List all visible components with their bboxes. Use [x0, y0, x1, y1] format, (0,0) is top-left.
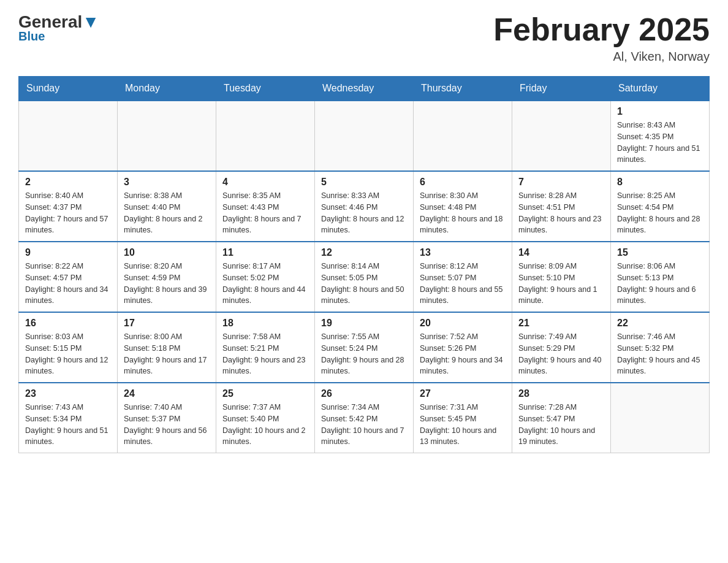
- weekday-header-tuesday: Tuesday: [216, 77, 315, 101]
- calendar-cell: [118, 101, 216, 171]
- calendar-cell: 1Sunrise: 8:43 AM Sunset: 4:35 PM Daylig…: [611, 101, 710, 171]
- page-header: General▼ Blue February 2025 Al, Viken, N…: [18, 12, 710, 64]
- calendar-cell: 7Sunrise: 8:28 AM Sunset: 4:51 PM Daylig…: [512, 171, 611, 242]
- calendar-cell: [19, 101, 118, 171]
- calendar-cell: 11Sunrise: 8:17 AM Sunset: 5:02 PM Dayli…: [216, 242, 315, 312]
- day-info: Sunrise: 8:28 AM Sunset: 4:51 PM Dayligh…: [518, 190, 604, 236]
- day-info: Sunrise: 7:34 AM Sunset: 5:42 PM Dayligh…: [321, 402, 407, 448]
- calendar-cell: 25Sunrise: 7:37 AM Sunset: 5:40 PM Dayli…: [216, 383, 315, 453]
- calendar-cell: 13Sunrise: 8:12 AM Sunset: 5:07 PM Dayli…: [414, 242, 512, 312]
- calendar-cell: 3Sunrise: 8:38 AM Sunset: 4:40 PM Daylig…: [118, 171, 216, 242]
- weekday-header-saturday: Saturday: [611, 77, 710, 101]
- day-number: 17: [124, 318, 210, 329]
- day-number: 1: [617, 106, 703, 117]
- calendar-header-row: SundayMondayTuesdayWednesdayThursdayFrid…: [19, 77, 710, 101]
- logo-triangle-icon: ▼: [82, 12, 99, 31]
- day-info: Sunrise: 7:55 AM Sunset: 5:24 PM Dayligh…: [321, 331, 407, 377]
- calendar-cell: [512, 101, 611, 171]
- day-info: Sunrise: 8:40 AM Sunset: 4:37 PM Dayligh…: [25, 190, 111, 236]
- week-row-4: 16Sunrise: 8:03 AM Sunset: 5:15 PM Dayli…: [19, 312, 710, 383]
- day-info: Sunrise: 7:28 AM Sunset: 5:47 PM Dayligh…: [518, 402, 604, 448]
- day-number: 22: [617, 318, 703, 329]
- calendar-cell: [216, 101, 315, 171]
- day-info: Sunrise: 8:17 AM Sunset: 5:02 PM Dayligh…: [222, 261, 308, 307]
- calendar-cell: 15Sunrise: 8:06 AM Sunset: 5:13 PM Dayli…: [611, 242, 710, 312]
- calendar-cell: 22Sunrise: 7:46 AM Sunset: 5:32 PM Dayli…: [611, 312, 710, 383]
- calendar-cell: 18Sunrise: 7:58 AM Sunset: 5:21 PM Dayli…: [216, 312, 315, 383]
- day-number: 12: [321, 247, 407, 258]
- calendar-cell: 5Sunrise: 8:33 AM Sunset: 4:46 PM Daylig…: [315, 171, 414, 242]
- day-number: 2: [25, 177, 111, 188]
- day-number: 13: [420, 247, 506, 258]
- day-info: Sunrise: 7:31 AM Sunset: 5:45 PM Dayligh…: [420, 402, 506, 448]
- day-number: 14: [518, 247, 604, 258]
- day-info: Sunrise: 8:43 AM Sunset: 4:35 PM Dayligh…: [617, 120, 703, 166]
- calendar-cell: 2Sunrise: 8:40 AM Sunset: 4:37 PM Daylig…: [19, 171, 118, 242]
- calendar-cell: 12Sunrise: 8:14 AM Sunset: 5:05 PM Dayli…: [315, 242, 414, 312]
- day-number: 19: [321, 318, 407, 329]
- day-number: 27: [420, 388, 506, 399]
- day-number: 25: [222, 388, 308, 399]
- day-info: Sunrise: 8:22 AM Sunset: 4:57 PM Dayligh…: [25, 261, 111, 307]
- day-info: Sunrise: 7:46 AM Sunset: 5:32 PM Dayligh…: [617, 331, 703, 377]
- day-number: 18: [222, 318, 308, 329]
- day-number: 15: [617, 247, 703, 258]
- day-number: 21: [518, 318, 604, 329]
- day-info: Sunrise: 7:58 AM Sunset: 5:21 PM Dayligh…: [222, 331, 308, 377]
- calendar-cell: 17Sunrise: 8:00 AM Sunset: 5:18 PM Dayli…: [118, 312, 216, 383]
- calendar-cell: [315, 101, 414, 171]
- week-row-2: 2Sunrise: 8:40 AM Sunset: 4:37 PM Daylig…: [19, 171, 710, 242]
- day-info: Sunrise: 8:30 AM Sunset: 4:48 PM Dayligh…: [420, 190, 506, 236]
- calendar-table: SundayMondayTuesdayWednesdayThursdayFrid…: [18, 76, 710, 453]
- logo: General▼ Blue: [18, 12, 99, 44]
- day-info: Sunrise: 8:00 AM Sunset: 5:18 PM Dayligh…: [124, 331, 210, 377]
- calendar-cell: 8Sunrise: 8:25 AM Sunset: 4:54 PM Daylig…: [611, 171, 710, 242]
- calendar-cell: 19Sunrise: 7:55 AM Sunset: 5:24 PM Dayli…: [315, 312, 414, 383]
- calendar-cell: [611, 383, 710, 453]
- day-info: Sunrise: 8:09 AM Sunset: 5:10 PM Dayligh…: [518, 261, 604, 307]
- day-info: Sunrise: 7:52 AM Sunset: 5:26 PM Dayligh…: [420, 331, 506, 377]
- day-info: Sunrise: 8:06 AM Sunset: 5:13 PM Dayligh…: [617, 261, 703, 307]
- week-row-5: 23Sunrise: 7:43 AM Sunset: 5:34 PM Dayli…: [19, 383, 710, 453]
- day-info: Sunrise: 8:12 AM Sunset: 5:07 PM Dayligh…: [420, 261, 506, 307]
- day-number: 3: [124, 177, 210, 188]
- calendar-cell: 24Sunrise: 7:40 AM Sunset: 5:37 PM Dayli…: [118, 383, 216, 453]
- day-info: Sunrise: 7:49 AM Sunset: 5:29 PM Dayligh…: [518, 331, 604, 377]
- calendar-cell: 28Sunrise: 7:28 AM Sunset: 5:47 PM Dayli…: [512, 383, 611, 453]
- calendar-cell: 26Sunrise: 7:34 AM Sunset: 5:42 PM Dayli…: [315, 383, 414, 453]
- day-number: 24: [124, 388, 210, 399]
- day-number: 10: [124, 247, 210, 258]
- calendar-cell: 10Sunrise: 8:20 AM Sunset: 4:59 PM Dayli…: [118, 242, 216, 312]
- week-row-1: 1Sunrise: 8:43 AM Sunset: 4:35 PM Daylig…: [19, 101, 710, 171]
- day-number: 4: [222, 177, 308, 188]
- day-info: Sunrise: 8:20 AM Sunset: 4:59 PM Dayligh…: [124, 261, 210, 307]
- day-number: 26: [321, 388, 407, 399]
- day-info: Sunrise: 7:37 AM Sunset: 5:40 PM Dayligh…: [222, 402, 308, 448]
- calendar-cell: 4Sunrise: 8:35 AM Sunset: 4:43 PM Daylig…: [216, 171, 315, 242]
- weekday-header-sunday: Sunday: [19, 77, 118, 101]
- day-info: Sunrise: 8:14 AM Sunset: 5:05 PM Dayligh…: [321, 261, 407, 307]
- logo-blue: Blue: [18, 29, 45, 44]
- weekday-header-wednesday: Wednesday: [315, 77, 414, 101]
- day-info: Sunrise: 7:40 AM Sunset: 5:37 PM Dayligh…: [124, 402, 210, 448]
- day-number: 9: [25, 247, 111, 258]
- calendar-cell: 9Sunrise: 8:22 AM Sunset: 4:57 PM Daylig…: [19, 242, 118, 312]
- calendar-cell: 20Sunrise: 7:52 AM Sunset: 5:26 PM Dayli…: [414, 312, 512, 383]
- day-info: Sunrise: 8:35 AM Sunset: 4:43 PM Dayligh…: [222, 190, 308, 236]
- calendar-cell: 6Sunrise: 8:30 AM Sunset: 4:48 PM Daylig…: [414, 171, 512, 242]
- day-number: 5: [321, 177, 407, 188]
- calendar-cell: 27Sunrise: 7:31 AM Sunset: 5:45 PM Dayli…: [414, 383, 512, 453]
- day-number: 20: [420, 318, 506, 329]
- day-info: Sunrise: 8:33 AM Sunset: 4:46 PM Dayligh…: [321, 190, 407, 236]
- calendar-cell: 23Sunrise: 7:43 AM Sunset: 5:34 PM Dayli…: [19, 383, 118, 453]
- month-title: February 2025: [493, 12, 710, 47]
- weekday-header-thursday: Thursday: [414, 77, 512, 101]
- day-number: 7: [518, 177, 604, 188]
- day-info: Sunrise: 8:38 AM Sunset: 4:40 PM Dayligh…: [124, 190, 210, 236]
- calendar-cell: 16Sunrise: 8:03 AM Sunset: 5:15 PM Dayli…: [19, 312, 118, 383]
- day-number: 23: [25, 388, 111, 399]
- title-section: February 2025 Al, Viken, Norway: [493, 12, 710, 64]
- day-number: 16: [25, 318, 111, 329]
- calendar-cell: [414, 101, 512, 171]
- day-info: Sunrise: 7:43 AM Sunset: 5:34 PM Dayligh…: [25, 402, 111, 448]
